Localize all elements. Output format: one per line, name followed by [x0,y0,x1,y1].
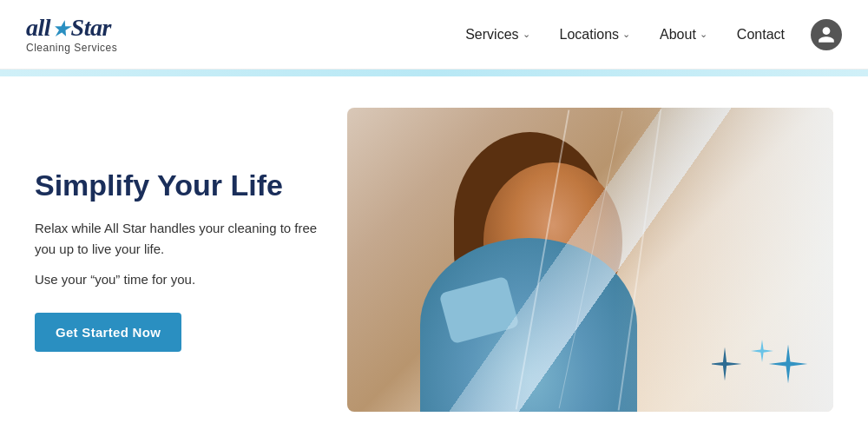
hero-section: Simplify Your Life Relax while All Star … [0,76,868,443]
hero-sub-text: Use your “you” time for you. [35,272,321,287]
logo-text-star: Star [71,14,111,41]
nav-about[interactable]: About ⌄ [649,22,718,48]
nav-contact[interactable]: Contact [727,22,795,48]
nav-contact-label: Contact [737,27,785,42]
nav-services[interactable]: Services ⌄ [455,22,540,48]
main-nav: Services ⌄ Locations ⌄ About ⌄ Contact [455,19,842,50]
chevron-down-icon: ⌄ [700,29,707,40]
nav-services-label: Services [465,27,518,43]
chevron-down-icon: ⌄ [622,29,630,40]
nav-about-label: About [660,27,696,43]
logo-star-icon: ★ [52,18,69,40]
sparkles-decoration [712,316,816,394]
hero-image [347,108,833,412]
hero-photo-bg [347,108,833,412]
logo-text-all: all [26,14,50,41]
logo-title: all★Star [26,16,117,40]
hero-content: Simplify Your Life Relax while All Star … [35,168,347,353]
logo-subtitle: Cleaning Services [26,42,117,54]
sparkle-stars-icon [712,316,816,394]
nav-locations-label: Locations [560,27,620,43]
accent-strip [0,69,868,76]
get-started-button[interactable]: Get Started Now [35,313,181,352]
person-icon [817,25,836,44]
hero-heading: Simplify Your Life [35,168,321,203]
nav-locations[interactable]: Locations ⌄ [549,22,641,48]
chevron-down-icon: ⌄ [523,29,530,40]
user-avatar-button[interactable] [811,19,842,50]
hero-body-text: Relax while All Star handles your cleani… [35,218,321,260]
header: all★Star Cleaning Services Services ⌄ Lo… [0,0,868,69]
logo[interactable]: all★Star Cleaning Services [26,16,117,54]
